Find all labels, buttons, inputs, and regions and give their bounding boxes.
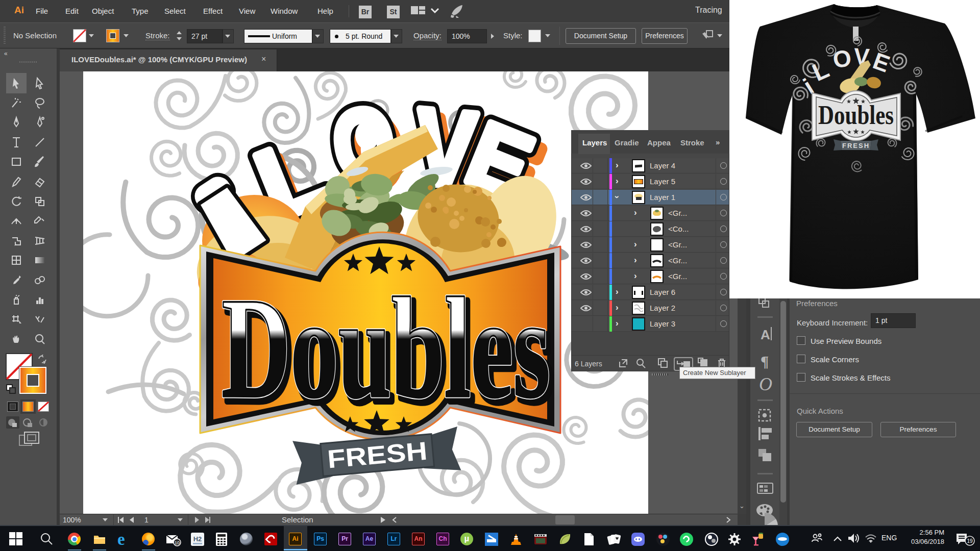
svg-text:A: A bbox=[761, 327, 770, 342]
svg-text:FRESH: FRESH bbox=[842, 142, 870, 149]
svg-text:19: 19 bbox=[967, 538, 973, 544]
svg-text:Doubles: Doubles bbox=[818, 101, 894, 130]
svg-text:H2: H2 bbox=[193, 535, 202, 543]
svg-text:10: 10 bbox=[175, 540, 180, 545]
svg-text:O: O bbox=[759, 374, 772, 394]
svg-text:Doubles: Doubles bbox=[222, 268, 550, 428]
svg-text:¶: ¶ bbox=[761, 353, 769, 369]
